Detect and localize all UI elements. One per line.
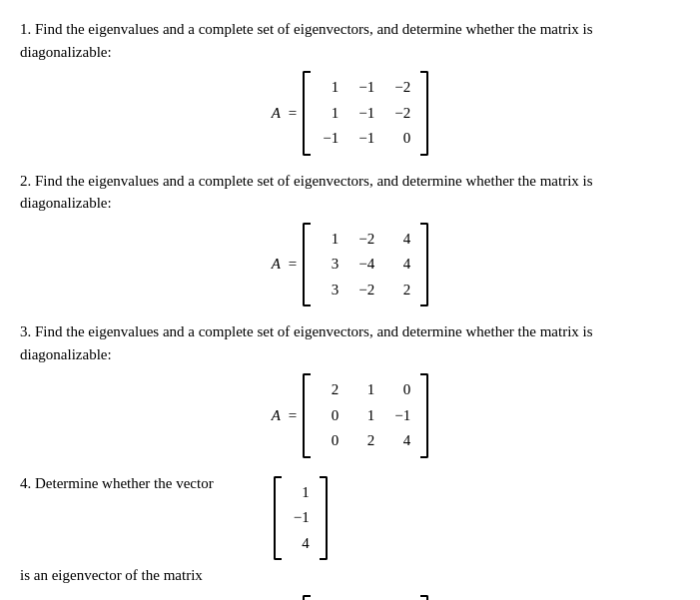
- vector-4-rows: 1 −1 4: [286, 476, 316, 561]
- right-bracket-vector: [320, 476, 328, 561]
- problem-3-matrix-block: A = 2 1 0 0 1 −1 0: [20, 373, 680, 458]
- vector-4: 1 −1 4: [274, 476, 328, 561]
- problem-4-text-before: 4. Determine whether the vector: [20, 472, 214, 495]
- matrix-label-3: A: [272, 407, 281, 424]
- matrix-3-rows: 2 1 0 0 1 −1 0 2 4: [315, 373, 416, 458]
- problem-2-number: 2.: [20, 173, 31, 189]
- problem-2-text: 2. Find the eigenvalues and a complete s…: [20, 170, 680, 215]
- right-bracket-1: [420, 71, 428, 156]
- matrix-row: −1 −1 0: [321, 126, 410, 152]
- matrix-row: 1 −1 −2: [321, 75, 410, 101]
- matrix-row: 1: [292, 480, 310, 506]
- matrix-row: −1: [292, 505, 310, 531]
- matrix-row: 0 2 4: [321, 428, 410, 454]
- problem-1-matrix-block: A = 1 −1 −2 1 −1 −2 −1: [20, 71, 680, 156]
- matrix-row: 3 −2 2: [321, 278, 410, 303]
- problem-3-text: 3. Find the eigenvalues and a complete s…: [20, 320, 680, 365]
- left-bracket-2: [303, 223, 311, 307]
- problem-3-number: 3.: [20, 323, 31, 339]
- matrix-label-2: A: [272, 256, 281, 273]
- problem-4-number: 4.: [20, 475, 31, 491]
- left-bracket-1: [303, 71, 311, 156]
- problem-3: 3. Find the eigenvalues and a complete s…: [20, 320, 680, 458]
- problem-4-vector-block: 1 −1 4: [274, 476, 328, 561]
- problem-2: 2. Find the eigenvalues and a complete s…: [20, 170, 680, 307]
- left-bracket-4: [303, 595, 311, 601]
- equals-1: =: [289, 105, 297, 122]
- matrix-4: 3 −5 1 1 9 1 1 5 5: [303, 595, 428, 601]
- right-bracket-3: [420, 373, 428, 458]
- matrix-row: 1 −2 4: [321, 227, 410, 253]
- matrix-row: 3 −4 4: [321, 252, 410, 278]
- matrix-label-1: A: [272, 105, 281, 122]
- matrix-4-rows: 3 −5 1 1 9 1 1 5 5: [315, 595, 416, 601]
- problem-2-matrix-block: A = 1 −2 4 3 −4 4 3: [20, 223, 680, 307]
- matrix-1: 1 −1 −2 1 −1 −2 −1 −1 0: [303, 71, 428, 156]
- problem-1-text: 1. Find the eigenvalues and a complete s…: [20, 18, 680, 63]
- problem-1: 1. Find the eigenvalues and a complete s…: [20, 18, 680, 156]
- equals-2: =: [289, 256, 297, 273]
- matrix-2-rows: 1 −2 4 3 −4 4 3 −2 2: [315, 223, 416, 307]
- matrix-row: 4: [292, 531, 310, 557]
- matrix-2: 1 −2 4 3 −4 4 3 −2 2: [303, 223, 428, 307]
- matrix-3: 2 1 0 0 1 −1 0 2 4: [303, 373, 428, 458]
- problem-4-matrix-block: A = 3 −5 1 1 9 1 1: [20, 595, 680, 601]
- page-content: 1. Find the eigenvalues and a complete s…: [20, 18, 680, 600]
- problem-4: 4. Determine whether the vector 1 −1: [20, 472, 680, 601]
- right-bracket-2: [420, 223, 428, 307]
- left-bracket-vector: [274, 476, 282, 561]
- left-bracket-3: [303, 373, 311, 458]
- matrix-row: 2 1 0: [321, 377, 410, 403]
- matrix-row: 1 −1 −2: [321, 101, 410, 127]
- equals-3: =: [289, 407, 297, 424]
- right-bracket-4: [420, 595, 428, 601]
- matrix-1-rows: 1 −1 −2 1 −1 −2 −1 −1 0: [315, 71, 416, 156]
- matrix-row: 0 1 −1: [321, 403, 410, 429]
- problem-4-text-after: is an eigenvector of the matrix: [20, 564, 680, 587]
- problem-1-number: 1.: [20, 21, 31, 37]
